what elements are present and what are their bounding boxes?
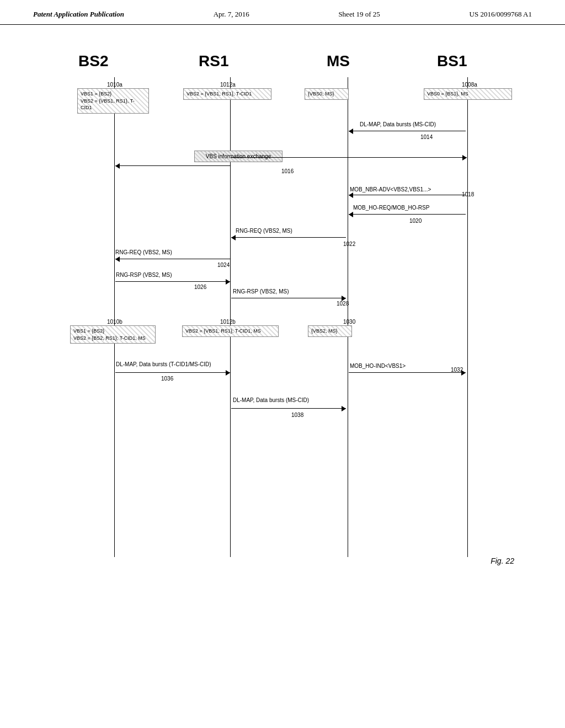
arrow-dl-map-bs2-rs1 [115, 372, 230, 373]
num-1022: 1022 [343, 241, 355, 247]
label-rng-req-vbs2-ms-1: RNG-REQ (VBS2, MS) [236, 228, 292, 234]
state-box-bs2-top: VBS1 = {BS2} VBS2 = {VBS1, RS1}, T-CID1 [77, 88, 149, 114]
page-header: Patent Application Publication Apr. 7, 2… [0, 0, 565, 25]
arrow-dl-map-rs1-ms [231, 408, 346, 409]
vbs-info-arrow-left [115, 165, 230, 166]
arrow-rng-req-ms-rs1 [231, 237, 346, 238]
entity-bs2: BS2 [78, 52, 108, 70]
num-1020: 1020 [409, 218, 422, 224]
vbs-info-arrow-right [231, 157, 467, 158]
label-rng-rsp-vbs2-ms-1: RNG-RSP (VBS2, MS) [116, 272, 172, 278]
label-dl-map-ms-cid-1: DL-MAP, Data bursts (MS-CID) [360, 121, 436, 127]
num-1014: 1014 [420, 134, 433, 140]
vline-bs2 [114, 77, 115, 557]
num-1036: 1036 [161, 376, 173, 382]
num-1038: 1038 [291, 412, 303, 418]
num-1024: 1024 [217, 262, 230, 268]
diagram-area: BS2 RS1 MS BS1 1010a 1012a 1008a VBS1 = … [34, 47, 531, 571]
state-box-bs1-top: VBS0 = {BS1}, MS [424, 88, 512, 100]
node-1030: 1030 [343, 319, 355, 325]
sheet-label: Sheet 19 of 25 [338, 10, 380, 19]
entity-bs1: BS1 [437, 52, 467, 70]
num-1016: 1016 [281, 168, 294, 174]
num-1032: 1032 [451, 367, 463, 373]
fig-label: Fig. 22 [491, 556, 514, 565]
vline-ms [348, 77, 348, 557]
state-box-rs1-bottom: VBS2 = {VBS1, RS1}; T-CID1, MS [182, 325, 279, 337]
arrow-rng-rsp-bs2-rs1 [115, 281, 230, 282]
label-rng-rsp-vbs2-ms-2: RNG-RSP (VBS2, MS) [233, 288, 289, 295]
label-mob-ho-req: MOB_HO-REQ/MOB_HO-RSP [353, 205, 429, 211]
label-mob-ho-ind: MOB_HO-IND<VBS1> [350, 363, 406, 369]
vbs-info-box: VBS information exchange [194, 151, 282, 162]
date-label: Apr. 7, 2016 [214, 10, 249, 19]
arrow-mob-nbr [349, 195, 466, 195]
state-box-bs2-bottom: VBS1 = {BS2} VBS2 = {BS2, RS1}; T-CID1, … [70, 325, 156, 344]
state-box-ms-bottom: {VBS2, MS} [308, 325, 352, 337]
vline-rs1 [230, 77, 231, 557]
label-mob-nbr: MOB_NBR-ADV<VBS2,VBS1...> [350, 186, 431, 192]
node-1010b: 1010b [107, 319, 122, 325]
label-dl-map-tcid1: DL-MAP, Data bursts (T-CID1/MS-CID) [116, 361, 211, 367]
label-rng-req-vbs2-ms-2: RNG-REQ (VBS2, MS) [115, 249, 172, 255]
arrow-rng-req-rs1-bs2 [115, 259, 230, 259]
num-1018: 1018 [462, 191, 474, 197]
arrow-mob-ho-req [349, 214, 466, 215]
publication-label: Patent Application Publication [33, 10, 124, 19]
entity-ms: MS [327, 52, 350, 70]
node-1012a: 1012a [220, 82, 236, 88]
state-box-ms-top: {VBS0, MS} [305, 88, 349, 100]
node-1008a: 1008a [462, 82, 477, 88]
state-box-rs1-top: VBS2 = {VBS1, RS1}, T-CID1 [183, 88, 271, 100]
entity-rs1: RS1 [199, 52, 228, 70]
node-1012b: 1012b [220, 319, 236, 325]
arrow-line-dl-map-1 [349, 131, 466, 131]
label-dl-map-ms-cid-2: DL-MAP, Data bursts (MS-CID) [233, 397, 309, 403]
arrow-rng-rsp-rs1-ms [231, 298, 346, 298]
vline-bs1 [467, 77, 468, 557]
num-1026: 1026 [194, 284, 206, 290]
num-1028: 1028 [337, 301, 349, 307]
arrow-mob-ho-ind [349, 372, 466, 373]
patent-number-label: US 2016/0099768 A1 [470, 10, 532, 19]
